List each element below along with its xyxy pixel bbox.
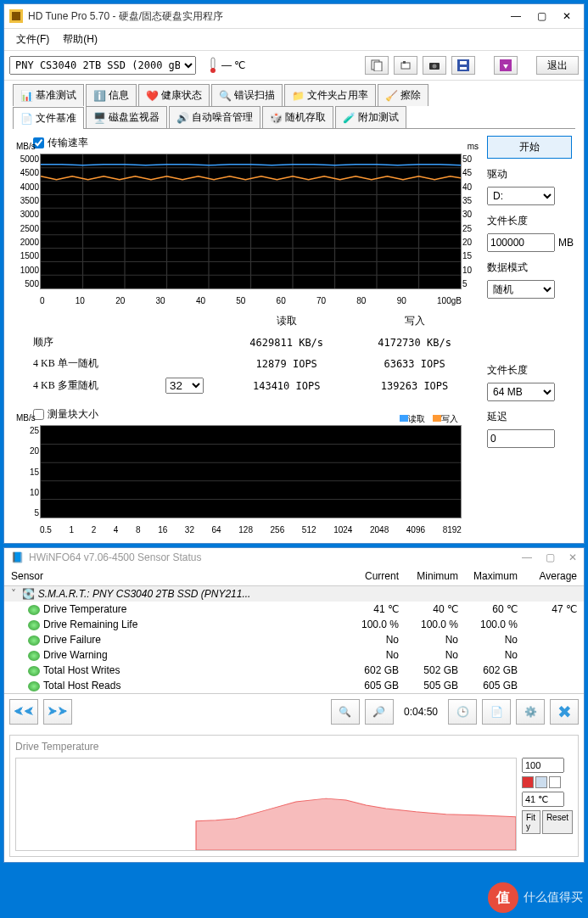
titlebar: HD Tune Pro 5.70 - 硬盘/固态硬盘实用程序 — ▢ ✕ bbox=[4, 4, 584, 29]
show-all-button[interactable]: 🔎 bbox=[365, 699, 394, 725]
menu-file[interactable]: 文件(F) bbox=[9, 31, 56, 48]
watermark-text: 什么值得买 bbox=[524, 890, 583, 905]
tab-file-benchmark[interactable]: 📄文件基准 bbox=[13, 107, 84, 129]
temp-graph-section: Drive Temperature Fit y Reset bbox=[9, 735, 579, 857]
options-button[interactable] bbox=[494, 56, 518, 75]
tab-errorscan[interactable]: 🔍错误扫描 bbox=[211, 84, 283, 106]
color-swatch-white[interactable] bbox=[549, 776, 561, 788]
exit-button[interactable]: 退出 bbox=[536, 56, 579, 75]
hwinfo-window: 📘 HWiNFO64 v7.06-4500 Sensor Status — ▢ … bbox=[3, 547, 585, 863]
close-button[interactable]: ✕ bbox=[555, 8, 579, 25]
temp-current-input[interactable] bbox=[522, 792, 564, 807]
sensor-row[interactable]: Total Host Reads605 GB505 GB605 GB bbox=[4, 678, 584, 693]
tab-aam[interactable]: 🔊自动噪音管理 bbox=[169, 106, 260, 128]
camera-button[interactable] bbox=[423, 56, 446, 75]
read-header: 读取 bbox=[222, 311, 350, 332]
r4k1-write-val: 63633 IOPS bbox=[350, 353, 479, 374]
col-sensor[interactable]: Sensor bbox=[4, 567, 346, 586]
svg-marker-36 bbox=[196, 798, 516, 850]
fit-y-button[interactable]: Fit y bbox=[522, 810, 540, 834]
scan-icon: 🔍 bbox=[219, 90, 231, 102]
menu-help[interactable]: 帮助(H) bbox=[56, 31, 104, 48]
delay-label: 延迟 bbox=[487, 410, 572, 424]
tab-erase[interactable]: 🧹擦除 bbox=[378, 84, 428, 106]
x-axis-ticks-1: 0102030405060708090100gB bbox=[40, 294, 462, 307]
collapse-icon[interactable]: ˅ bbox=[11, 588, 20, 600]
delay-input[interactable] bbox=[487, 429, 555, 448]
maximize-button[interactable]: ▢ bbox=[529, 8, 553, 25]
extra-icon: 🧪 bbox=[343, 112, 355, 124]
queue-depth-select[interactable]: 32 bbox=[165, 378, 204, 394]
svg-point-3 bbox=[210, 68, 216, 73]
seq-write-val: 4172730 KB/s bbox=[350, 332, 479, 353]
expand-right-button[interactable]: ⮞⮞ bbox=[43, 699, 72, 725]
col-maximum[interactable]: Maximum bbox=[465, 567, 524, 586]
log-button[interactable]: 📄 bbox=[482, 699, 511, 725]
chart-icon: 📊 bbox=[20, 90, 32, 102]
drive-select[interactable]: PNY CS3040 2TB SSD (2000 gB) bbox=[9, 56, 196, 75]
show-group-button[interactable]: 🔍 bbox=[331, 699, 360, 725]
tab-health[interactable]: ❤️健康状态 bbox=[138, 84, 210, 106]
filelen2-select[interactable]: 64 MB bbox=[487, 383, 555, 401]
y-axis-ticks-2: 252015105 bbox=[17, 426, 39, 518]
y-axis-left-label: MB/s bbox=[16, 142, 36, 151]
temp-max-input[interactable] bbox=[522, 758, 564, 773]
r4kn-write-val: 139263 IOPS bbox=[350, 374, 479, 397]
monitor-icon: 🖥️ bbox=[93, 112, 105, 124]
sensor-icon bbox=[28, 635, 40, 646]
svg-rect-6 bbox=[401, 63, 410, 69]
tab-disk-monitor[interactable]: 🖥️磁盘监视器 bbox=[86, 106, 167, 128]
svg-rect-11 bbox=[460, 67, 467, 70]
hwinfo-titlebar: 📘 HWiNFO64 v7.06-4500 Sensor Status — ▢ … bbox=[4, 548, 584, 567]
col-average[interactable]: Average bbox=[524, 567, 584, 586]
info-icon: ℹ️ bbox=[93, 90, 105, 102]
sensor-row[interactable]: Drive WarningNoNoNo bbox=[4, 647, 584, 663]
tab-benchmark[interactable]: 📊基准测试 bbox=[13, 84, 84, 106]
hw-close-button[interactable]: ✕ bbox=[568, 551, 577, 563]
sensor-row[interactable]: Drive Remaining Life100.0 %100.0 %100.0 … bbox=[4, 617, 584, 632]
filelen-input[interactable] bbox=[487, 233, 555, 252]
drive-icon: 💽 bbox=[22, 588, 35, 600]
window-title: HD Tune Pro 5.70 - 硬盘/固态硬盘实用程序 bbox=[28, 9, 504, 24]
col-current[interactable]: Current bbox=[346, 567, 406, 586]
sensor-group-row[interactable]: ˅ 💽 S.M.A.R.T.: PNY CS3040 2TB SSD (PNY2… bbox=[4, 586, 584, 602]
r4kn-row-label: 4 KB 多重随机 bbox=[16, 374, 147, 397]
watermark: 值 什么值得买 bbox=[488, 882, 583, 913]
hw-maximize-button[interactable]: ▢ bbox=[546, 551, 555, 563]
minimize-button[interactable]: — bbox=[504, 8, 528, 25]
hw-minimize-button[interactable]: — bbox=[522, 551, 532, 563]
tab-random-access[interactable]: 🎲随机存取 bbox=[262, 106, 333, 128]
svg-rect-2 bbox=[211, 58, 215, 69]
color-swatch-red[interactable] bbox=[522, 776, 534, 788]
clock-button[interactable]: 🕒 bbox=[448, 699, 477, 725]
start-button[interactable]: 开始 bbox=[487, 136, 572, 159]
sensor-row[interactable]: Drive Temperature41 ℃40 ℃60 ℃47 ℃ bbox=[4, 602, 584, 617]
sensor-row[interactable]: Drive FailureNoNoNo bbox=[4, 632, 584, 647]
tab-folder-usage[interactable]: 📁文件夹占用率 bbox=[284, 84, 376, 106]
settings-button[interactable]: ⚙️ bbox=[516, 699, 545, 725]
screenshot-button[interactable] bbox=[394, 56, 417, 75]
sensor-row[interactable]: Total Host Writes602 GB502 GB602 GB bbox=[4, 663, 584, 678]
close-sensors-button[interactable]: ✖ bbox=[550, 699, 579, 725]
transfer-rate-label: 传输速率 bbox=[48, 136, 88, 150]
color-swatch-blue[interactable] bbox=[535, 776, 547, 788]
watermark-icon: 值 bbox=[488, 882, 518, 913]
save-button[interactable] bbox=[451, 56, 475, 75]
drive-label: 驱动 bbox=[487, 167, 572, 182]
reset-button[interactable]: Reset bbox=[542, 810, 573, 834]
tab-extra-tests[interactable]: 🧪附加测试 bbox=[335, 106, 406, 128]
tab-info[interactable]: ℹ️信息 bbox=[86, 84, 137, 106]
drive-letter-select[interactable]: D: bbox=[487, 187, 555, 205]
expand-left-button[interactable]: ⮜⮜ bbox=[9, 699, 38, 725]
svg-rect-5 bbox=[374, 62, 382, 71]
datamode-select[interactable]: 随机 bbox=[487, 280, 555, 299]
hwinfo-toolbar: ⮜⮜ ⮞⮞ 🔍 🔎 0:04:50 🕒 📄 ⚙️ ✖ bbox=[4, 693, 584, 730]
temp-value: — ℃ bbox=[221, 59, 245, 71]
erase-icon: 🧹 bbox=[385, 90, 397, 102]
file-icon: 📄 bbox=[20, 113, 32, 125]
write-header: 写入 bbox=[350, 311, 479, 332]
toolbar: PNY CS3040 2TB SSD (2000 gB) — ℃ 退出 bbox=[4, 51, 584, 81]
col-minimum[interactable]: Minimum bbox=[406, 567, 465, 586]
copy-text-button[interactable] bbox=[365, 56, 389, 75]
y-axis-right-label: ms bbox=[468, 142, 479, 151]
